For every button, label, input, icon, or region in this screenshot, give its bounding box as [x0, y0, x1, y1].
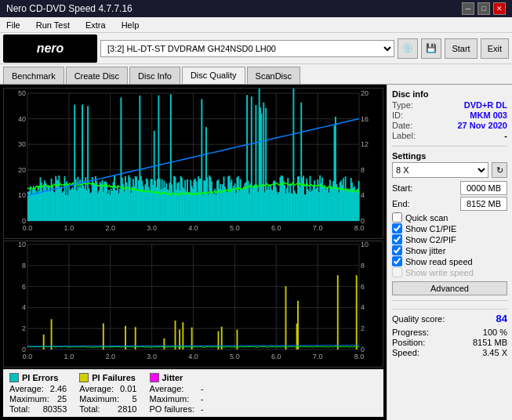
quick-scan-row: Quick scan [392, 212, 507, 223]
disc-icon-button[interactable]: 💿 [398, 38, 418, 59]
stats-bar: PI Errors Average: 2.46 Maximum: 25 Tota… [3, 369, 383, 417]
pi-errors-values: Average: 2.46 Maximum: 25 Total: 80353 [9, 384, 67, 414]
menu-run-test[interactable]: Run Test [33, 19, 73, 31]
pi-failures-max-label: Maximum: [79, 394, 119, 404]
pi-errors-avg-value: 2.46 [50, 384, 67, 393]
speed-value: 3.45 X [482, 348, 507, 357]
end-mb-input[interactable] [460, 197, 507, 211]
position-row: Position: 8151 MB [392, 338, 507, 347]
speed-label: Speed: [392, 348, 419, 357]
disc-type-row: Type: DVD+R DL [392, 100, 507, 110]
pi-errors-total-value: 80353 [43, 404, 67, 414]
end-mb-label: End: [392, 199, 410, 208]
pi-failures-total-label: Total: [79, 404, 100, 414]
pi-errors-title: PI Errors [9, 373, 67, 382]
tab-scan-disc[interactable]: ScanDisc [247, 67, 300, 84]
position-label: Position: [392, 338, 425, 347]
pi-failures-avg-row: Average: 0.01 [79, 384, 136, 393]
pi-failures-max-value: 5 [132, 394, 136, 404]
bottom-chart-canvas [4, 241, 383, 367]
quality-score-section: Quality score: 84 [392, 309, 507, 324]
disc-type-value: DVD+R DL [464, 100, 507, 110]
settings-section: Settings 8 X Max ↻ Start: End: Qu [392, 151, 507, 295]
progress-row: Progress: 100 % [392, 328, 507, 337]
disc-id-row: ID: MKM 003 [392, 110, 507, 120]
drive-selector[interactable]: [3:2] HL-DT-ST DVDRAM GH24NSD0 LH00 [100, 40, 394, 57]
jitter-stats: Jitter Average: - Maximum: - PO failures… [150, 373, 204, 414]
po-failures-value: - [201, 404, 204, 414]
read-speed-row: Show read speed [392, 256, 507, 266]
write-speed-checkbox[interactable] [392, 267, 402, 277]
disc-info-title: Disc info [392, 89, 507, 99]
c2pif-label: Show C2/PIF [405, 235, 456, 244]
pi-failures-color [79, 373, 89, 382]
write-speed-row: Show write speed [392, 267, 507, 277]
disc-label-value: - [504, 131, 507, 140]
disc-date-label: Date: [392, 121, 412, 130]
jitter-max-value: - [201, 394, 204, 404]
jitter-avg-row: Average: - [150, 384, 204, 393]
c1pie-label: Show C1/PIE [405, 224, 456, 234]
write-speed-label: Show write speed [405, 268, 474, 277]
read-speed-checkbox[interactable] [392, 256, 402, 266]
pi-failures-title: PI Failures [79, 373, 136, 382]
read-speed-label: Show read speed [405, 257, 473, 266]
chart-top [3, 88, 383, 239]
titlebar: Nero CD-DVD Speed 4.7.7.16 ─ □ ✕ [0, 0, 512, 17]
disc-info-section: Disc info Type: DVD+R DL ID: MKM 003 Dat… [392, 89, 507, 141]
progress-value: 100 % [483, 328, 507, 337]
jitter-row: Show jitter [392, 245, 507, 255]
quality-score-value: 84 [496, 313, 507, 324]
jitter-values: Average: - Maximum: - PO failures: - [150, 384, 204, 414]
jitter-checkbox-label: Show jitter [405, 246, 445, 255]
quick-scan-checkbox[interactable] [392, 212, 402, 223]
jitter-label: Jitter [162, 373, 183, 382]
jitter-color [150, 373, 159, 382]
pi-failures-stats: PI Failures Average: 0.01 Maximum: 5 Tot… [79, 373, 136, 414]
c1pie-checkbox[interactable] [392, 223, 402, 234]
titlebar-controls: ─ □ ✕ [462, 2, 506, 15]
maximize-button[interactable]: □ [478, 2, 490, 15]
pi-errors-label: PI Errors [22, 373, 58, 382]
pi-failures-values: Average: 0.01 Maximum: 5 Total: 2810 [79, 384, 136, 414]
exit-button[interactable]: Exit [481, 38, 509, 59]
titlebar-title: Nero CD-DVD Speed 4.7.7.16 [6, 3, 133, 14]
menu-extra[interactable]: Extra [82, 19, 109, 31]
tab-disc-info[interactable]: Disc Info [129, 67, 180, 84]
disc-date-value: 27 Nov 2020 [457, 121, 507, 130]
pi-failures-avg-label: Average: [79, 384, 114, 393]
divider-1 [392, 146, 507, 147]
start-button[interactable]: Start [445, 38, 477, 59]
pi-errors-avg-row: Average: 2.46 [9, 384, 67, 393]
tab-benchmark[interactable]: Benchmark [3, 67, 64, 84]
jitter-title: Jitter [150, 373, 204, 382]
po-failures-row: PO failures: - [150, 404, 204, 414]
c2pif-checkbox[interactable] [392, 234, 402, 244]
top-chart-canvas [4, 89, 383, 238]
minimize-button[interactable]: ─ [462, 2, 474, 15]
pi-failures-avg-value: 0.01 [120, 384, 136, 393]
jitter-checkbox[interactable] [392, 245, 402, 255]
jitter-max-label: Maximum: [150, 394, 190, 404]
advanced-button[interactable]: Advanced [392, 281, 507, 295]
quality-score-label: Quality score: [392, 314, 445, 324]
speed-selector[interactable]: 8 X Max [392, 162, 488, 178]
menu-file[interactable]: File [3, 19, 24, 31]
refresh-button[interactable]: ↻ [492, 162, 507, 178]
tab-create-disc[interactable]: Create Disc [66, 67, 128, 84]
disc-id-value: MKM 003 [470, 110, 507, 120]
disc-label-label: Label: [392, 131, 416, 140]
progress-label: Progress: [392, 328, 429, 337]
speed-row-progress: Speed: 3.45 X [392, 348, 507, 357]
pi-failures-total-value: 2810 [118, 404, 136, 414]
start-mb-input[interactable] [460, 181, 507, 195]
main-content: PI Errors Average: 2.46 Maximum: 25 Tota… [0, 85, 512, 420]
save-icon-button[interactable]: 💾 [421, 38, 441, 59]
menu-help[interactable]: Help [118, 19, 143, 31]
tab-disc-quality[interactable]: Disc Quality [182, 67, 245, 84]
c1pie-row: Show C1/PIE [392, 223, 507, 234]
menubar: File Run Test Extra Help [0, 17, 512, 33]
close-button[interactable]: ✕ [493, 2, 506, 15]
pi-errors-stats: PI Errors Average: 2.46 Maximum: 25 Tota… [9, 373, 67, 414]
pi-errors-total-label: Total: [9, 404, 30, 414]
